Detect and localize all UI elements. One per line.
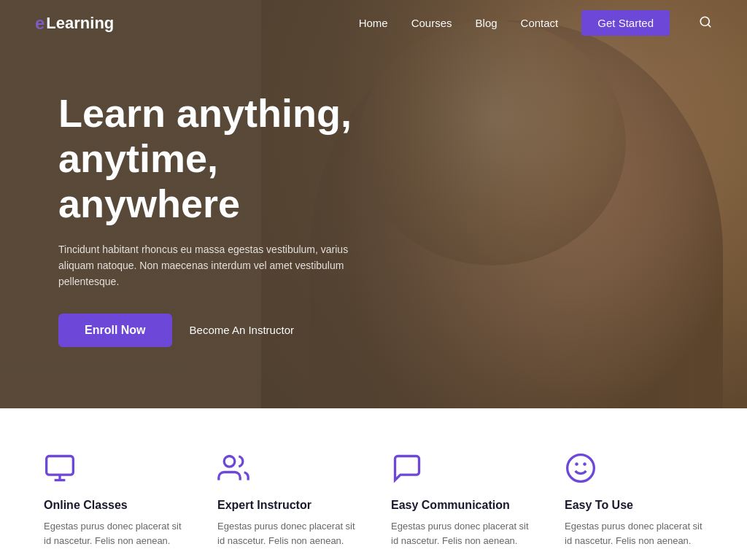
svg-rect-2 — [47, 456, 74, 475]
logo-e: e — [35, 13, 44, 34]
feature-online-classes-title: Online Classes — [44, 499, 128, 512]
hero-title: Learn anything, anytime, anywhere — [58, 90, 365, 226]
nav-link-home[interactable]: Home — [359, 17, 388, 29]
feature-easy-communication-title: Easy Communication — [391, 499, 510, 512]
logo: e Learning — [35, 13, 114, 34]
nav-link-contact[interactable]: Contact — [521, 17, 559, 29]
feature-easy-communication-desc: Egestas purus donec placerat sit id nasc… — [391, 519, 530, 548]
become-instructor-button[interactable]: Become An Instructor — [190, 324, 294, 336]
message-circle-icon — [391, 452, 426, 487]
hero-description: Tincidunt habitant rhoncus eu massa eges… — [58, 241, 365, 290]
svg-point-6 — [568, 455, 595, 482]
monitor-icon — [44, 452, 79, 487]
feature-online-classes-desc: Egestas purus donec placerat sit id nasc… — [44, 519, 182, 548]
feature-expert-instructor: Expert Instructor Egestas purus donec pl… — [209, 446, 365, 554]
features-section: Online Classes Egestas purus donec place… — [0, 408, 747, 560]
enroll-now-button[interactable]: Enroll Now — [58, 314, 172, 347]
svg-point-5 — [224, 456, 235, 467]
get-started-button[interactable]: Get Started — [581, 10, 670, 36]
hero-section: Learn anything, anytime, anywhere Tincid… — [0, 0, 747, 408]
features-grid: Online Classes Egestas purus donec place… — [35, 446, 712, 554]
feature-expert-instructor-desc: Egestas purus donec placerat sit id nasc… — [217, 519, 356, 548]
nav-link-courses[interactable]: Courses — [411, 17, 452, 29]
logo-name: Learning — [46, 14, 114, 33]
navbar: e Learning Home Courses Blog Contact Get… — [0, 0, 747, 47]
feature-expert-instructor-title: Expert Instructor — [217, 499, 311, 512]
feature-easy-to-use-desc: Egestas purus donec placerat sit id nasc… — [565, 519, 703, 548]
svg-line-1 — [708, 24, 710, 26]
feature-easy-to-use: Easy To Use Egestas purus donec placerat… — [556, 446, 712, 554]
nav-link-blog[interactable]: Blog — [476, 17, 498, 29]
hero-actions: Enroll Now Become An Instructor — [58, 314, 365, 347]
smile-icon — [565, 452, 600, 487]
hero-content: Learn anything, anytime, anywhere Tincid… — [0, 90, 423, 346]
feature-easy-communication: Easy Communication Egestas purus donec p… — [382, 446, 538, 554]
feature-easy-to-use-title: Easy To Use — [565, 499, 633, 512]
search-icon[interactable] — [699, 17, 712, 31]
feature-online-classes: Online Classes Egestas purus donec place… — [35, 446, 191, 554]
users-icon — [217, 452, 252, 487]
nav-links: Home Courses Blog Contact Get Started — [359, 15, 712, 32]
